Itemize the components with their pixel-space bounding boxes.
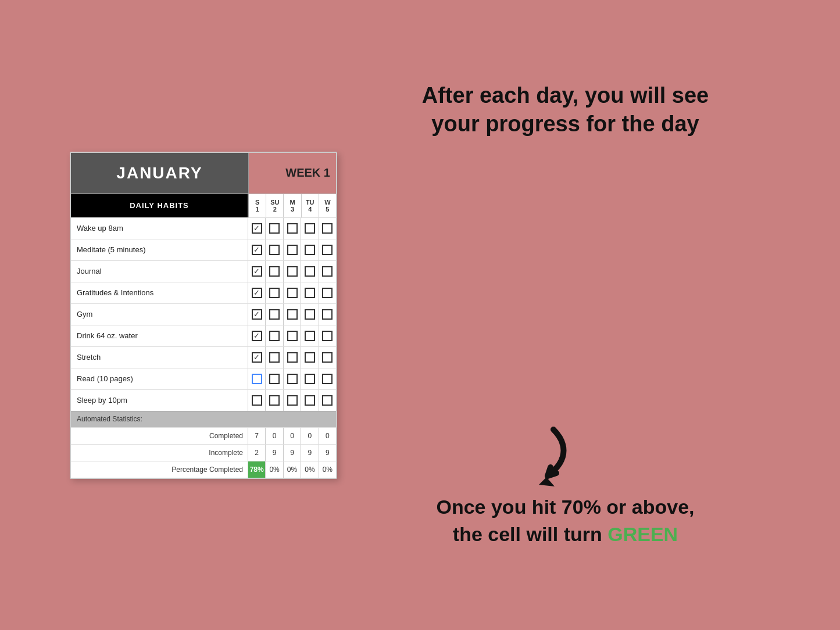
checkbox-unchecked[interactable] xyxy=(287,352,298,363)
checkbox-cell[interactable]: ✓ xyxy=(248,218,266,239)
checkbox-cell[interactable] xyxy=(284,368,301,389)
checkbox-cell[interactable] xyxy=(301,325,319,346)
checkbox-cell[interactable] xyxy=(284,282,301,303)
checkbox-cell[interactable] xyxy=(301,282,319,303)
checkbox-unchecked[interactable] xyxy=(287,266,298,277)
checkbox-checked[interactable]: ✓ xyxy=(252,266,262,277)
checkbox-cell[interactable] xyxy=(248,368,266,389)
checkbox-unchecked[interactable] xyxy=(252,374,262,384)
checkbox-unchecked[interactable] xyxy=(287,374,298,384)
checkbox-unchecked[interactable] xyxy=(287,309,298,320)
habit-name: Gratitudes & Intentions xyxy=(71,282,248,303)
checkbox-cell[interactable] xyxy=(284,261,301,282)
checkbox-unchecked[interactable] xyxy=(305,309,315,320)
checkbox-checked[interactable]: ✓ xyxy=(252,331,262,341)
checkbox-cell[interactable] xyxy=(284,325,301,346)
stats-row: Completed70000 xyxy=(71,427,336,444)
checkbox-unchecked[interactable] xyxy=(322,309,333,320)
checkbox-cell[interactable] xyxy=(301,390,319,411)
checkbox-unchecked[interactable] xyxy=(269,288,280,298)
checkbox-unchecked[interactable] xyxy=(269,266,280,277)
checkbox-cell[interactable] xyxy=(319,304,336,325)
checkbox-unchecked[interactable] xyxy=(322,223,333,234)
checkbox-cell[interactable] xyxy=(319,325,336,346)
checkbox-unchecked[interactable] xyxy=(269,309,280,320)
checkbox-cell[interactable]: ✓ xyxy=(248,261,266,282)
checkbox-cell[interactable] xyxy=(248,390,266,411)
checkbox-cell[interactable] xyxy=(284,304,301,325)
checkbox-unchecked[interactable] xyxy=(322,395,333,406)
checkbox-cell[interactable] xyxy=(319,390,336,411)
checkbox-cell[interactable] xyxy=(266,390,283,411)
checkbox-cell[interactable]: ✓ xyxy=(248,239,266,260)
checkbox-unchecked[interactable] xyxy=(287,395,298,406)
checkbox-cell[interactable]: ✓ xyxy=(248,325,266,346)
checkbox-unchecked[interactable] xyxy=(269,223,280,234)
checkbox-cell[interactable]: ✓ xyxy=(248,347,266,368)
checkbox-cell[interactable] xyxy=(266,218,283,239)
checkbox-unchecked[interactable] xyxy=(305,266,315,277)
checkbox-cell[interactable] xyxy=(301,261,319,282)
checkbox-unchecked[interactable] xyxy=(322,266,333,277)
checkbox-unchecked[interactable] xyxy=(305,223,315,234)
checkbox-cell[interactable] xyxy=(319,218,336,239)
checkbox-unchecked[interactable] xyxy=(269,331,280,341)
checkbox-unchecked[interactable] xyxy=(252,395,262,406)
checkbox-cell[interactable] xyxy=(319,239,336,260)
checkbox-unchecked[interactable] xyxy=(287,288,298,298)
checkbox-unchecked[interactable] xyxy=(305,374,315,384)
checkbox-cell[interactable] xyxy=(266,304,283,325)
habit-checkboxes: ✓ xyxy=(248,218,336,239)
checkbox-unchecked[interactable] xyxy=(269,374,280,384)
checkbox-cell[interactable] xyxy=(301,239,319,260)
checkbox-cell[interactable]: ✓ xyxy=(248,304,266,325)
checkbox-cell[interactable] xyxy=(284,347,301,368)
checkbox-unchecked[interactable] xyxy=(287,223,298,234)
day-abbr: W xyxy=(324,199,330,206)
checkbox-cell[interactable] xyxy=(266,347,283,368)
checkbox-cell[interactable] xyxy=(266,239,283,260)
checkbox-unchecked[interactable] xyxy=(322,288,333,298)
checkbox-unchecked[interactable] xyxy=(322,352,333,363)
checkbox-checked[interactable]: ✓ xyxy=(252,309,262,320)
checkbox-cell[interactable] xyxy=(266,368,283,389)
day-abbr: SU xyxy=(270,199,279,206)
checkbox-checked[interactable]: ✓ xyxy=(252,223,262,234)
checkbox-cell[interactable] xyxy=(301,347,319,368)
checkbox-cell[interactable] xyxy=(301,304,319,325)
checkbox-checked[interactable]: ✓ xyxy=(252,352,262,363)
checkbox-cell[interactable] xyxy=(266,261,283,282)
checkbox-cell[interactable] xyxy=(319,261,336,282)
checkbox-unchecked[interactable] xyxy=(305,352,315,363)
checkbox-unchecked[interactable] xyxy=(322,374,333,384)
checkbox-checked[interactable]: ✓ xyxy=(252,288,262,298)
checkbox-cell[interactable] xyxy=(319,368,336,389)
checkbox-cell[interactable] xyxy=(284,390,301,411)
checkbox-cell[interactable]: ✓ xyxy=(248,282,266,303)
stats-cell: 0 xyxy=(266,428,283,444)
checkbox-unchecked[interactable] xyxy=(322,331,333,341)
checkbox-unchecked[interactable] xyxy=(305,395,315,406)
checkbox-cell[interactable] xyxy=(266,325,283,346)
checkbox-unchecked[interactable] xyxy=(322,245,333,255)
checkbox-cell[interactable] xyxy=(319,282,336,303)
day-abbr: M xyxy=(289,199,295,206)
checkbox-cell[interactable] xyxy=(266,282,283,303)
checkbox-unchecked[interactable] xyxy=(305,245,315,255)
bottom-text: Once you hit 70% or above, the cell will… xyxy=(436,493,694,549)
checkbox-cell[interactable] xyxy=(301,368,319,389)
checkbox-unchecked[interactable] xyxy=(269,352,280,363)
stats-cell: 0% xyxy=(319,461,336,478)
checkbox-cell[interactable] xyxy=(319,347,336,368)
checkbox-unchecked[interactable] xyxy=(305,331,315,341)
checkbox-cell[interactable] xyxy=(284,218,301,239)
checkbox-cell[interactable] xyxy=(301,218,319,239)
checkbox-unchecked[interactable] xyxy=(287,331,298,341)
checkbox-unchecked[interactable] xyxy=(269,245,280,255)
checkbox-checked[interactable]: ✓ xyxy=(252,245,262,255)
habit-checkboxes: ✓ xyxy=(248,325,336,346)
checkbox-unchecked[interactable] xyxy=(305,288,315,298)
checkbox-cell[interactable] xyxy=(284,239,301,260)
checkbox-unchecked[interactable] xyxy=(269,395,280,406)
checkbox-unchecked[interactable] xyxy=(287,245,298,255)
